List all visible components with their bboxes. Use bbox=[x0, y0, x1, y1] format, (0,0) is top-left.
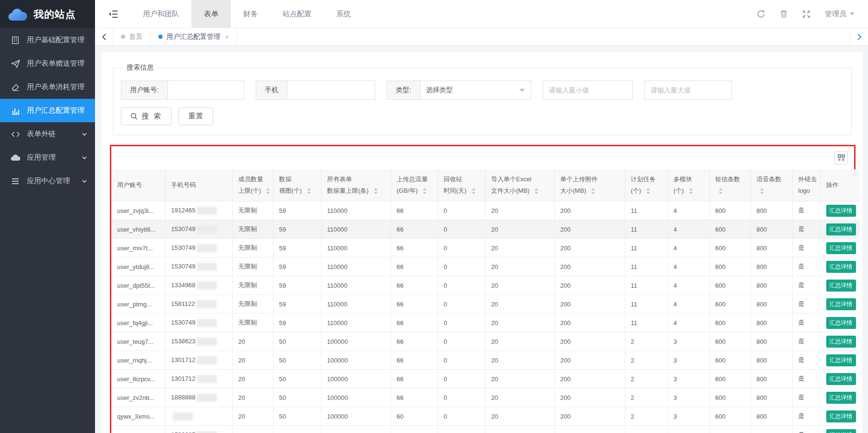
column-header-attachment_size[interactable]: 单个上传附件大小(MB) bbox=[554, 169, 625, 201]
sort-caret-icon[interactable] bbox=[535, 188, 538, 194]
sort-caret-icon[interactable] bbox=[266, 188, 270, 194]
admin-menu[interactable]: 管理员 bbox=[825, 10, 855, 19]
summary-detail-button[interactable]: 汇总详情 bbox=[826, 223, 856, 235]
sort-caret-icon[interactable] bbox=[689, 188, 693, 194]
summary-detail-button[interactable]: 汇总详情 bbox=[826, 336, 856, 348]
summary-detail-button[interactable]: 汇总详情 bbox=[826, 410, 856, 422]
column-header-data_views[interactable]: 数据视图(个) bbox=[273, 169, 321, 201]
cell-account: qywx_3xms... bbox=[111, 407, 165, 426]
summary-detail-button[interactable]: 汇总详情 bbox=[826, 261, 856, 273]
module-tab-2[interactable]: 财务 bbox=[231, 0, 270, 28]
cloud-icon bbox=[11, 153, 20, 163]
column-header-excel_size[interactable]: 导入单个Excel文件大小(MB) bbox=[485, 169, 554, 201]
sidebar-item-0[interactable]: 用户基础配置管理 bbox=[0, 28, 95, 52]
phone-blur-mask bbox=[173, 412, 193, 421]
page-tab-0[interactable]: 首页 bbox=[113, 28, 151, 45]
cell-sms_count: 600 bbox=[709, 239, 750, 257]
page-tabs: 首页用户汇总配置管理× bbox=[113, 28, 237, 45]
page-tab-1[interactable]: 用户汇总配置管理× bbox=[151, 28, 237, 45]
cell-voice_count: 800 bbox=[750, 351, 792, 370]
search-button[interactable]: 搜 索 bbox=[121, 107, 172, 125]
column-settings-button[interactable] bbox=[834, 151, 848, 164]
sort-caret-icon[interactable] bbox=[307, 188, 311, 194]
page-tab-label: 首页 bbox=[129, 33, 143, 41]
column-header-member_limit[interactable]: 成员数量上限(个) bbox=[232, 169, 273, 201]
close-icon[interactable]: × bbox=[225, 33, 229, 41]
cell-data_views: 59 bbox=[273, 295, 321, 314]
collapse-sidebar-icon[interactable] bbox=[108, 10, 118, 18]
cell-account: user_zvjq3i... bbox=[111, 201, 165, 220]
column-header-upload_traffic[interactable]: 上传总流量(GB/年) bbox=[391, 169, 438, 201]
tabs-scroll-left-button[interactable] bbox=[95, 28, 113, 45]
summary-detail-button[interactable]: 汇总详情 bbox=[826, 298, 856, 310]
sidebar-item-3[interactable]: 用户汇总配置管理 bbox=[0, 99, 95, 122]
cell-form_data_limit: 110000 bbox=[321, 239, 391, 257]
cell-attachment_size: 200 bbox=[554, 388, 625, 407]
site-logo: 我的站点 bbox=[0, 0, 95, 28]
cell-account: user_zv2nb... bbox=[111, 388, 165, 407]
phone-number: 1538623 bbox=[171, 338, 196, 345]
cell-action: 汇总详情 bbox=[820, 201, 860, 220]
fullscreen-icon[interactable] bbox=[802, 10, 810, 18]
summary-detail-button[interactable]: 汇总详情 bbox=[826, 317, 856, 329]
module-tab-4[interactable]: 系统 bbox=[324, 0, 363, 28]
sort-caret-icon[interactable] bbox=[719, 188, 723, 194]
column-header-form_data_limit[interactable]: 所有表单数据量上限(条) bbox=[321, 169, 391, 201]
tabs-scroll-right-button[interactable] bbox=[850, 28, 868, 45]
sidebar-item-2[interactable]: 用户表单消耗管理 bbox=[0, 75, 95, 99]
column-header-sms_count[interactable]: 短信条数 bbox=[709, 169, 750, 201]
sidebar-item-1[interactable]: 用户表单赠送管理 bbox=[0, 52, 95, 75]
cell-scheduled_tasks: 11 bbox=[625, 239, 667, 257]
cell-sms_count: 600 bbox=[709, 276, 750, 295]
reset-button[interactable]: 重置 bbox=[178, 107, 213, 125]
cell-remove_logo: 是 bbox=[792, 370, 820, 388]
cell-multi_modules: 4 bbox=[667, 295, 709, 314]
module-tab-3[interactable]: 站点配置 bbox=[270, 0, 324, 28]
cell-member_limit: 20 bbox=[232, 370, 273, 388]
sidebar-item-4[interactable]: 表单外链 bbox=[0, 122, 95, 146]
column-header-scheduled_tasks[interactable]: 计划任务(个) bbox=[625, 169, 667, 201]
summary-detail-button[interactable]: 汇总详情 bbox=[826, 429, 856, 433]
summary-detail-button[interactable]: 汇总详情 bbox=[826, 205, 856, 217]
sort-caret-icon[interactable] bbox=[374, 188, 378, 194]
cell-upload_traffic: 66 bbox=[391, 314, 438, 332]
summary-detail-button[interactable]: 汇总详情 bbox=[826, 392, 856, 404]
module-tab-0[interactable]: 用户和团队 bbox=[131, 0, 191, 28]
refresh-icon[interactable] bbox=[757, 10, 765, 18]
select-caret-icon bbox=[519, 89, 525, 92]
phone-number: 1530749 bbox=[171, 319, 196, 326]
module-tab-1[interactable]: 表单 bbox=[191, 0, 231, 28]
trash-icon[interactable] bbox=[780, 10, 788, 18]
sort-caret-icon[interactable] bbox=[423, 188, 427, 194]
type-select[interactable]: 选择类型 bbox=[420, 81, 531, 100]
phone-input[interactable] bbox=[287, 81, 375, 100]
sidebar-item-5[interactable]: 应用管理 bbox=[0, 146, 95, 169]
summary-detail-button[interactable]: 汇总详情 bbox=[826, 354, 856, 366]
column-header-voice_count[interactable]: 语音条数 bbox=[750, 169, 792, 201]
sort-caret-icon[interactable] bbox=[472, 188, 476, 194]
search-panel: 搜索信息 用户账号: 手机 类型: 选择类型 bbox=[113, 63, 852, 135]
cell-action: 汇总详情 bbox=[820, 276, 860, 295]
column-header-multi_modules[interactable]: 多模块(个) bbox=[667, 169, 709, 201]
min-value-input[interactable] bbox=[543, 81, 633, 100]
max-value-input[interactable] bbox=[644, 81, 732, 100]
phone-number: 1301712 bbox=[171, 375, 196, 382]
summary-detail-button[interactable]: 汇总详情 bbox=[826, 373, 856, 385]
sort-caret-icon[interactable] bbox=[591, 188, 595, 194]
cell-member_limit: 20 bbox=[232, 351, 273, 370]
summary-detail-button[interactable]: 汇总详情 bbox=[826, 280, 856, 292]
column-header-recycle_days[interactable]: 回收站时间(天) bbox=[438, 169, 485, 201]
table-row-10: user_zv2nb...188888820501000006602020023… bbox=[111, 388, 860, 407]
sidebar-item-6[interactable]: 应用中心管理 bbox=[0, 169, 95, 193]
cell-recycle_days: 0 bbox=[438, 295, 485, 314]
page-tab-label: 用户汇总配置管理 bbox=[166, 33, 220, 41]
summary-detail-button[interactable]: 汇总详情 bbox=[826, 242, 856, 254]
account-input[interactable] bbox=[167, 81, 244, 100]
sort-caret-icon[interactable] bbox=[646, 188, 650, 194]
sort-caret-icon[interactable] bbox=[760, 188, 764, 194]
cell-upload_traffic: 66 bbox=[391, 351, 438, 370]
cell-recycle_days: 0 bbox=[438, 239, 485, 257]
cell-member_limit: 20 bbox=[232, 388, 273, 407]
cell-upload_traffic: 66 bbox=[391, 239, 438, 257]
cell-excel_size: 20 bbox=[485, 370, 554, 388]
